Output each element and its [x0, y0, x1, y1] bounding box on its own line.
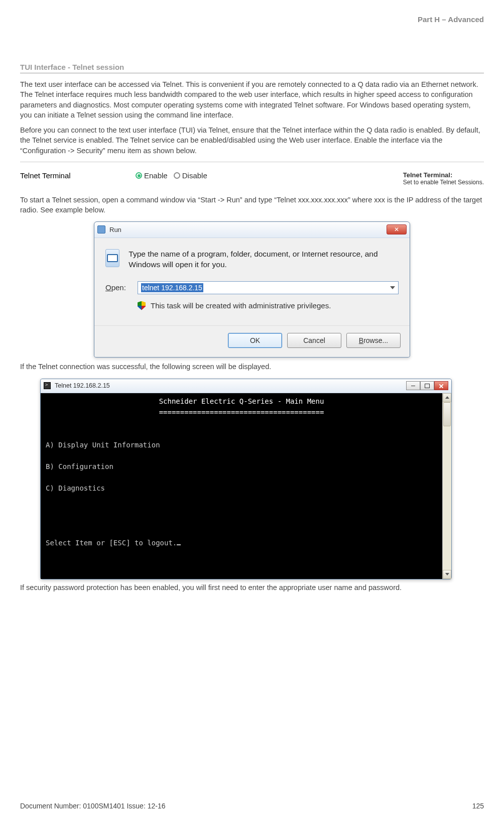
telnet-config-row: Telnet Terminal Enable Disable Telnet Te… — [20, 162, 484, 186]
open-input-value: telnet 192.168.2.15 — [141, 283, 203, 292]
radio-disable-label: Disable — [182, 171, 207, 180]
cursor-icon — [177, 544, 181, 545]
radio-enable[interactable] — [136, 172, 142, 179]
telnet-help-sub: Set to enable Telnet Sessions. — [403, 179, 484, 186]
shield-icon — [138, 301, 146, 310]
run-description: Type the name of a program, folder, docu… — [129, 249, 399, 270]
radio-disable[interactable] — [174, 172, 180, 179]
footer-docnum: Document Number: 0100SM1401 Issue: 12-16 — [20, 802, 166, 810]
open-label: Open: — [105, 283, 131, 292]
scroll-thumb[interactable] — [443, 402, 451, 426]
telnet-terminal-label: Telnet Terminal — [20, 171, 136, 180]
telnet-help: Telnet Terminal: Set to enable Telnet Se… — [403, 171, 484, 186]
close-icon[interactable]: ✕ — [387, 224, 407, 234]
run-titlebar: Run ✕ — [94, 222, 410, 238]
scroll-down-icon[interactable] — [443, 570, 451, 579]
paragraph-security: If security password protection has been… — [20, 582, 484, 593]
run-dialog: Run ✕ Type the name of a program, folder… — [94, 221, 410, 358]
telnet-titlebar: Telnet 192.168.2.15 — [41, 379, 451, 393]
paragraph-enable: Before you can connect to the text user … — [20, 125, 484, 156]
paragraph-intro: The text user interface can be accessed … — [20, 79, 484, 120]
telnet-window-title: Telnet 192.168.2.15 — [55, 382, 110, 389]
browse-button[interactable]: Browse... — [346, 333, 401, 348]
page-header-part: Part H – Advanced — [418, 15, 484, 24]
ok-button[interactable]: OK — [228, 333, 282, 348]
cancel-button[interactable]: Cancel — [287, 333, 341, 348]
section-title: TUI Interface - Telnet session — [20, 63, 484, 73]
close-button[interactable] — [434, 381, 448, 390]
minimize-button[interactable] — [406, 381, 420, 390]
radio-enable-label: Enable — [144, 171, 168, 180]
run-icon — [97, 225, 105, 233]
telnet-help-title: Telnet Terminal: — [403, 171, 484, 179]
telnet-window: Telnet 192.168.2.15 Schneider Electric Q… — [40, 379, 452, 579]
page-footer: Document Number: 0100SM1401 Issue: 12-16… — [20, 802, 484, 810]
run-title: Run — [109, 226, 121, 233]
terminal-icon — [44, 382, 51, 389]
scrollbar[interactable] — [442, 393, 451, 579]
footer-pagenum: 125 — [472, 802, 484, 810]
chevron-down-icon[interactable] — [390, 286, 395, 289]
maximize-button[interactable] — [420, 381, 434, 390]
telnet-radio-group: Enable Disable — [136, 171, 207, 180]
paragraph-startsession: To start a Telnet session, open a comman… — [20, 195, 484, 215]
run-program-icon — [105, 249, 119, 267]
scroll-up-icon[interactable] — [443, 393, 451, 402]
open-combobox[interactable]: telnet 192.168.2.15 — [138, 281, 399, 294]
admin-note: This task will be created with administr… — [151, 301, 331, 310]
terminal-output[interactable]: Schneider Electric Q-Series - Main Menu=… — [41, 393, 442, 579]
paragraph-success: If the Telnet connection was successful,… — [20, 362, 484, 372]
